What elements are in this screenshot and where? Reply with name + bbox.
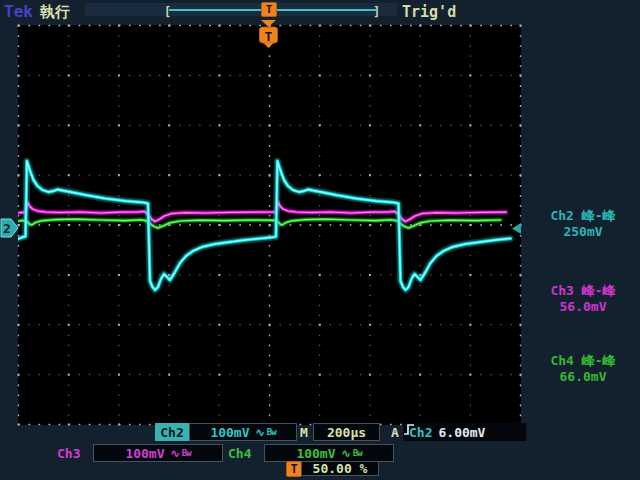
scope-display: T 2	[0, 0, 640, 480]
measurement-ch4-value: 66.0mV	[560, 369, 607, 384]
measurement-ch4-pkpk: Ch4 峰-峰 66.0mV	[528, 353, 638, 385]
measurement-ch2-value: 250mV	[563, 224, 602, 239]
ch2-scale-value: 100mV	[210, 425, 249, 440]
ch2-bandwidth-limit-icon: Bw	[267, 427, 276, 437]
trigger-position-marker-label: T	[265, 29, 273, 44]
ch4-readout-label: Ch4	[228, 446, 251, 461]
ch4-bandwidth-limit-icon: Bw	[353, 448, 362, 458]
trigger-readout-field: Ch2 6.00mV	[403, 423, 526, 441]
ch4-ac-coupling-icon: ∿	[342, 447, 351, 460]
measurement-ch3-value: 56.0mV	[560, 299, 607, 314]
ch3-readout-label: Ch3	[57, 446, 80, 461]
measurement-ch4-title: Ch4 峰-峰	[550, 353, 615, 368]
horizontal-position-value: 50.00 %	[313, 461, 368, 476]
brand-logo: Tek	[4, 2, 33, 21]
ch2-readout-badge: Ch2	[155, 423, 189, 441]
measurement-ch3-title: Ch3 峰-峰	[550, 283, 615, 298]
measurement-ch2-title: Ch2 峰-峰	[550, 208, 615, 223]
record-right-bracket: ]	[373, 5, 380, 19]
ch2-ac-coupling-icon: ∿	[256, 426, 265, 439]
measurement-ch3-pkpk: Ch3 峰-峰 56.0mV	[528, 283, 638, 315]
acquisition-status: 執行	[40, 3, 70, 22]
ch3-scale-value: 100mV	[125, 446, 164, 461]
ch4-scale-field: 100mV ∿ Bw	[264, 444, 394, 462]
ch3-scale-field: 100mV ∿ Bw	[93, 444, 223, 462]
oscilloscope-screen: T 2 Tek 執行 Trig'd [ ] T Ch2 峰-峰 250mV Ch…	[0, 0, 640, 480]
timebase-label: M	[300, 425, 308, 440]
timebase-field: 200µs	[313, 423, 380, 441]
channel2-position-marker-label: 2	[3, 221, 11, 236]
timebase-value: 200µs	[327, 425, 366, 440]
horizontal-position-icon: T	[286, 461, 302, 477]
trigger-level-value: 6.00mV	[438, 425, 485, 440]
rising-edge-icon	[403, 423, 415, 436]
ch3-ac-coupling-icon: ∿	[171, 447, 180, 460]
record-left-bracket: [	[164, 5, 171, 19]
ch2-scale-field: 100mV ∿ Bw	[189, 423, 297, 441]
measurement-ch2-pkpk: Ch2 峰-峰 250mV	[528, 208, 638, 240]
ch4-scale-value: 100mV	[296, 446, 335, 461]
ch3-bandwidth-limit-icon: Bw	[182, 448, 191, 458]
record-trigger-marker: T	[261, 2, 277, 17]
trigger-mode-label: A	[391, 425, 399, 440]
trigger-status: Trig'd	[402, 3, 456, 21]
channel2-position-marker: 2	[1, 219, 18, 237]
horizontal-position-field: 50.00 %	[301, 461, 379, 476]
